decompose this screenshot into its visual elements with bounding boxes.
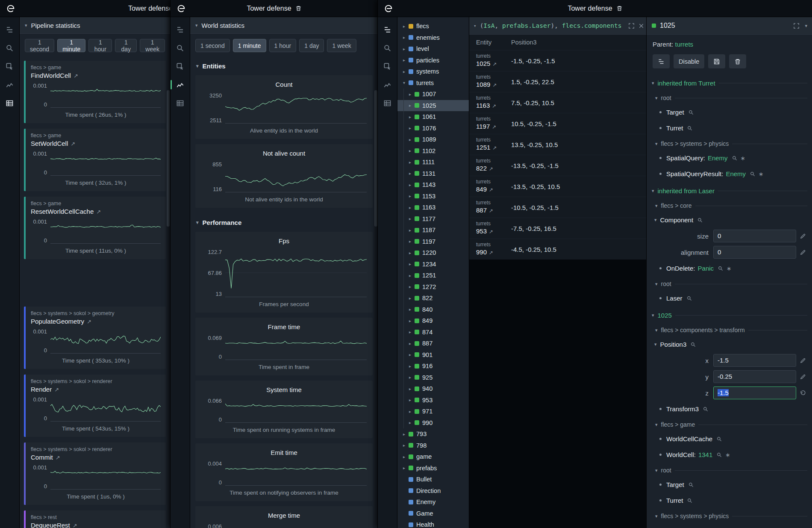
component-Component[interactable]: ▾Component	[647, 212, 812, 228]
open-link-icon[interactable]: ↗	[96, 209, 101, 215]
open-link-icon[interactable]: ↗	[489, 229, 493, 235]
stats-icon[interactable]	[174, 97, 187, 109]
expand-arrow-icon[interactable]: ▸	[407, 103, 413, 108]
system-name[interactable]: Commit↗	[31, 452, 161, 464]
expand-arrow-icon[interactable]: ▸	[407, 92, 413, 97]
chart-icon[interactable]	[3, 78, 16, 91]
tree-item-turrets[interactable]: ▾turrets	[397, 77, 469, 89]
component-path-row[interactable]: ▾root	[647, 463, 812, 477]
result-entity-id[interactable]: 1163↗	[476, 101, 511, 110]
trash-icon[interactable]	[295, 5, 302, 12]
save-button[interactable]	[708, 54, 725, 68]
x-input[interactable]: -1.5	[713, 354, 796, 367]
tree-item-1076[interactable]: ▸1076	[397, 123, 469, 134]
tree-item-1272[interactable]: ▸1272	[397, 281, 469, 293]
delete-button[interactable]	[729, 54, 746, 68]
time-tab-1-week[interactable]: 1 week	[140, 39, 165, 52]
time-tab-1-minute[interactable]: 1 minute	[233, 39, 266, 52]
inspector-section-header[interactable]: ▾inherited from Turret	[647, 74, 812, 90]
open-link-icon[interactable]: ↗	[489, 166, 493, 172]
tree-item-1234[interactable]: ▸1234	[397, 259, 469, 270]
system-name[interactable]: FindWorldCell↗	[31, 71, 161, 83]
component-path-row[interactable]: ▾flecs > game	[647, 417, 812, 431]
tree-item-level[interactable]: ▸level	[397, 43, 469, 55]
time-tab-1-second[interactable]: 1 second	[195, 39, 230, 52]
chevron-down-icon[interactable]: ▾	[805, 23, 807, 29]
component-path-row[interactable]: ▾flecs > systems > physics	[647, 508, 812, 522]
tree-item-953[interactable]: ▸953	[397, 395, 469, 406]
component-SpatialQuery[interactable]: SpatialQuery:Enemy∗	[647, 150, 812, 166]
inspector-section-header[interactable]: ▾1025	[647, 306, 812, 322]
expand-arrow-icon[interactable]: ▸	[407, 386, 413, 391]
expand-arrow-icon[interactable]: ▸	[407, 115, 413, 119]
expand-arrow-icon[interactable]: ▸	[407, 216, 413, 221]
tree-item-1102[interactable]: ▸1102	[397, 145, 469, 157]
query-result-row[interactable]: turrets1089↗1.5, -0.25, 22.5	[469, 71, 646, 92]
magnifier-icon[interactable]	[703, 406, 709, 412]
result-entity-id[interactable]: 1089↗	[476, 80, 511, 89]
open-link-icon[interactable]: ↗	[73, 522, 77, 528]
magnifier-icon[interactable]	[688, 109, 694, 115]
expand-arrow-icon[interactable]: ▸	[401, 24, 407, 29]
expand-arrow-icon[interactable]: ▸	[407, 126, 413, 130]
expand-arrow-icon[interactable]: ▸	[407, 262, 413, 266]
component-SpatialQueryResult[interactable]: SpatialQueryResult:Enemy∗	[647, 522, 812, 528]
tree-icon[interactable]	[3, 23, 16, 36]
open-link-icon[interactable]: ↗	[492, 61, 497, 67]
edit-pencil-icon[interactable]	[796, 233, 809, 239]
result-entity-id[interactable]: 887↗	[476, 206, 511, 215]
time-tab-1-hour[interactable]: 1 hour	[88, 39, 112, 52]
tree-item-793[interactable]: ▸793	[397, 428, 469, 440]
scrollbar-thumb[interactable]	[374, 90, 377, 227]
result-entity-id[interactable]: 953↗	[476, 227, 511, 236]
expand-icon[interactable]	[628, 23, 635, 29]
tree-item-887[interactable]: ▸887	[397, 338, 469, 349]
expand-arrow-icon[interactable]: ▸	[407, 375, 413, 380]
panel-header[interactable]: ▾ Pipeline statistics	[20, 17, 170, 34]
tree-item-822[interactable]: ▸822	[397, 292, 469, 304]
section-header-performance[interactable]: ▾Performance	[190, 213, 378, 230]
component-path-row[interactable]: ▾root	[647, 276, 812, 290]
result-entity-id[interactable]: 1197↗	[476, 122, 511, 131]
stats-icon[interactable]	[381, 97, 394, 109]
query-result-row[interactable]: turrets1163↗7.5, -0.25, 10.5	[469, 92, 646, 113]
component-path-row[interactable]: ▾flecs > components > transform	[647, 322, 812, 336]
expand-arrow-icon[interactable]: ▸	[407, 409, 413, 414]
open-link-icon[interactable]: ↗	[492, 124, 496, 130]
flecs-logo-icon[interactable]	[5, 3, 16, 14]
open-link-icon[interactable]: ↗	[489, 187, 493, 193]
query-result-row[interactable]: turrets953↗-7.5, -0.25, 16.5	[469, 218, 646, 239]
chart-icon[interactable]	[381, 78, 394, 91]
tree-item-Direction[interactable]: Direction	[397, 485, 469, 497]
stats-icon[interactable]	[3, 97, 16, 109]
tree-icon[interactable]	[381, 23, 394, 36]
inspect-icon[interactable]	[3, 60, 16, 73]
tree-item-game[interactable]: ▸game	[397, 451, 469, 463]
expand-arrow-icon[interactable]: ▸	[407, 330, 413, 334]
result-entity-id[interactable]: 1025↗	[476, 59, 511, 68]
tree-item-1061[interactable]: ▸1061	[397, 111, 469, 123]
time-tab-1-day[interactable]: 1 day	[299, 39, 324, 52]
magnifier-icon[interactable]	[686, 295, 692, 301]
chart-icon[interactable]	[174, 78, 187, 91]
expand-arrow-icon[interactable]: ▸	[407, 205, 413, 210]
magnifier-icon[interactable]	[687, 125, 693, 131]
tree-item-971[interactable]: ▸971	[397, 406, 469, 417]
time-tab-1-second[interactable]: 1 second	[25, 39, 54, 52]
component-Position3[interactable]: ▾Position3	[647, 336, 812, 352]
tree-item-1197[interactable]: ▸1197	[397, 236, 469, 248]
expand-arrow-icon[interactable]: ▸	[401, 69, 407, 74]
query-header[interactable]: ▾ (IsA, prefabs.Laser), flecs.components	[469, 17, 646, 35]
expand-arrow-icon[interactable]: ▸	[407, 420, 413, 425]
magnifier-icon[interactable]	[716, 436, 722, 442]
tree-item-Game[interactable]: Game	[397, 508, 469, 519]
open-link-icon[interactable]: ↗	[74, 73, 78, 79]
tree-item-1163[interactable]: ▸1163	[397, 202, 469, 213]
tree-item-1177[interactable]: ▸1177	[397, 213, 469, 225]
query-expression[interactable]: (IsA, prefabs.Laser), flecs.components	[480, 22, 622, 29]
open-link-icon[interactable]: ↗	[71, 141, 75, 147]
tree-item-916[interactable]: ▸916	[397, 360, 469, 372]
expand-arrow-icon[interactable]: ▸	[407, 183, 413, 187]
section-header-entities[interactable]: ▾Entities	[190, 56, 378, 74]
system-name[interactable]: Render↗	[31, 384, 161, 396]
